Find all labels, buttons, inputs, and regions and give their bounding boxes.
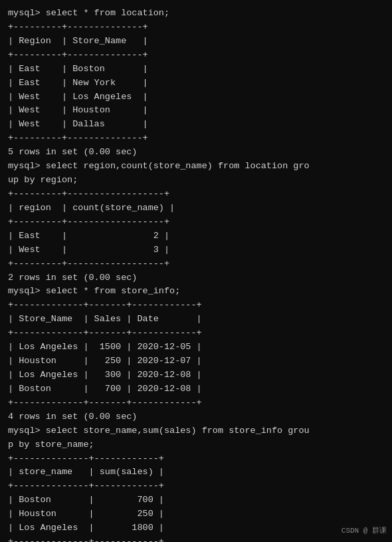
terminal-line: +-------------+-------+------------+	[8, 299, 384, 313]
terminal-line: | store_name | sum(sales) |	[8, 466, 384, 479]
terminal-line: | Boston | 700 | 2020-12-08 |	[8, 382, 384, 396]
terminal-line: 5 rows in set (0.00 sec)	[8, 146, 384, 160]
terminal-line: +---------+--------------+	[8, 49, 384, 63]
terminal-line: | Houston | 250 | 2020-12-07 |	[8, 354, 384, 368]
terminal-line: +---------+--------------+	[8, 21, 384, 35]
terminal-line: | East | 2 |	[8, 229, 384, 243]
terminal-line: +--------------+------------+	[8, 479, 384, 493]
terminal-line: 2 rows in set (0.00 sec)	[8, 271, 384, 285]
terminal-line: +--------------+------------+	[8, 452, 384, 466]
terminal-line: p by store_name;	[8, 438, 384, 452]
terminal-line: +-------------+-------+------------+	[8, 396, 384, 410]
terminal-line: +---------+------------------+	[8, 188, 384, 202]
terminal-line: | Region | Store_Name |	[8, 35, 384, 49]
terminal-block: mysql> select store_name,sum(sales) from…	[8, 424, 384, 542]
terminal-line: mysql> select region,count(store_name) f…	[8, 160, 384, 174]
terminal-line: | West | Dallas |	[8, 118, 384, 132]
watermark-label: CSDN @ 群课	[342, 525, 387, 537]
terminal-line: | Los Angeles | 300 | 2020-12-08 |	[8, 368, 384, 382]
terminal-line: | East | New York |	[8, 76, 384, 90]
terminal-line: | Houston | 250 |	[8, 507, 384, 521]
terminal-line: | Los Angeles | 1800 |	[8, 521, 384, 535]
terminal-line: +-------------+-------+------------+	[8, 327, 384, 340]
terminal-line: up by region;	[8, 174, 384, 188]
terminal-line: mysql> select * from location;	[8, 7, 384, 21]
terminal-line: | East | Boston |	[8, 63, 384, 76]
terminal-line: | Boston | 700 |	[8, 493, 384, 507]
terminal-line: | Los Angeles | 1500 | 2020-12-05 |	[8, 340, 384, 354]
terminal-line: mysql> select store_name,sum(sales) from…	[8, 424, 384, 438]
terminal-line: +---------+------------------+	[8, 215, 384, 229]
terminal-block: mysql> select * from store_info;+-------…	[8, 285, 384, 424]
terminal-block: mysql> select * from location;+---------…	[8, 7, 384, 160]
terminal-line: | Store_Name | Sales | Date |	[8, 313, 384, 327]
terminal-container: mysql> select * from location;+---------…	[8, 7, 384, 542]
terminal-line: | region | count(store_name) |	[8, 202, 384, 215]
terminal-line: | West | Los Angeles |	[8, 90, 384, 104]
terminal-line: 4 rows in set (0.00 sec)	[8, 410, 384, 424]
terminal-line: +--------------+------------+	[8, 535, 384, 542]
terminal-block: mysql> select region,count(store_name) f…	[8, 160, 384, 285]
terminal-line: | West | 3 |	[8, 243, 384, 257]
terminal-line: mysql> select * from store_info;	[8, 285, 384, 299]
terminal-line: +---------+--------------+	[8, 132, 384, 146]
terminal-line: +---------+------------------+	[8, 257, 384, 271]
terminal-line: | West | Houston |	[8, 104, 384, 118]
